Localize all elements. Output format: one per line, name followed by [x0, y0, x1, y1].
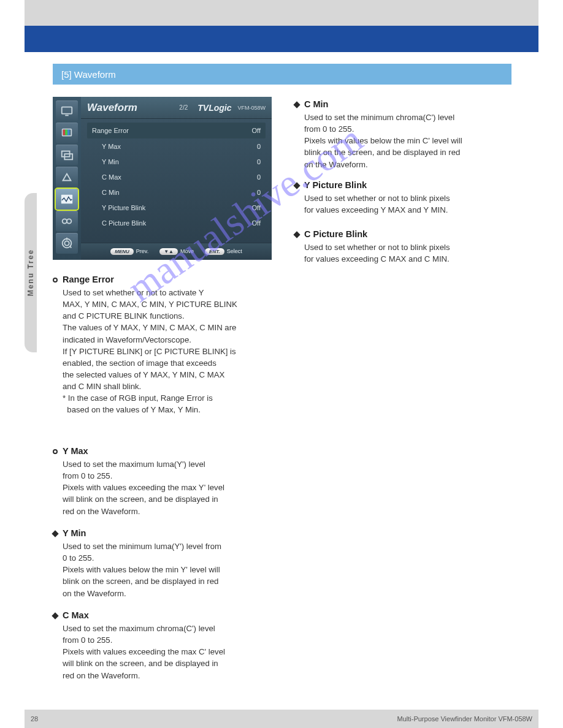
header-grey-bar: [25, 0, 538, 26]
item-heading: Y Max: [63, 446, 281, 456]
osd-row-value: Off: [252, 219, 261, 227]
osd-row-y-blink[interactable]: Y Picture Blink Off: [87, 200, 266, 215]
ent-key-icon: ENT.: [205, 248, 224, 255]
svg-rect-1: [65, 115, 69, 116]
osd-model: VFM-058W: [237, 105, 266, 111]
osd-row-label: Range Error: [92, 127, 129, 134]
osd-row-value: 0: [257, 143, 261, 150]
osd-row-value: 0: [257, 158, 261, 165]
osd-page-indicator: 2/2: [179, 104, 188, 111]
osd-tab-color-icon[interactable]: [56, 123, 78, 143]
osd-title: Waveform: [87, 102, 179, 114]
svg-point-10: [67, 219, 71, 223]
item-y-min-wrap: Y Min Used to set the minimum luma(Y') l…: [53, 528, 281, 610]
item-heading: C Picture Blink: [304, 229, 513, 239]
osd-row-range-error[interactable]: Range Error Off: [87, 123, 266, 138]
item-c-min: C Min Used to set the minimum chroma(C')…: [294, 99, 513, 170]
svg-rect-5: [67, 130, 70, 135]
item-body: Used to set the minimum luma(Y') level f…: [63, 540, 281, 599]
bullet-icon: [53, 531, 58, 536]
svg-rect-0: [62, 107, 72, 114]
item-heading: C Min: [304, 99, 513, 109]
osd-row-label: C Picture Blink: [102, 219, 146, 227]
model-footer: Multi-Purpose Viewfinder Monitor VFM-058…: [397, 715, 532, 722]
item-heading: Y Min: [63, 528, 281, 538]
osd-row-c-max[interactable]: C Max 0: [87, 169, 266, 184]
page-number: 28: [31, 715, 38, 722]
bullet-icon: [53, 278, 58, 282]
item-body: Used to set whether or not to blink pixe…: [304, 241, 513, 265]
item-c-max-wrap: C Max Used to set the maximum chroma(C')…: [53, 610, 281, 692]
bullet-icon: [294, 232, 299, 237]
osd-row-value: Off: [252, 127, 261, 134]
osd-row-label: Y Min: [102, 158, 119, 165]
osd-row-c-blink[interactable]: C Picture Blink Off: [87, 215, 266, 230]
item-range-error: Range Error Used to set whether or not t…: [53, 275, 281, 416]
svg-line-14: [70, 246, 72, 248]
side-tab-label: Menu Tree: [26, 249, 35, 296]
item-heading: C Max: [63, 610, 281, 620]
osd-row-value: 0: [257, 173, 261, 181]
item-y-max-wrap: Y Max Used to set the maximum luma(Y') l…: [53, 446, 281, 528]
bullet-icon: [53, 449, 58, 454]
svg-rect-3: [63, 130, 66, 135]
osd-title-bar: Waveform 2/2 TVLogic VFM-058W: [81, 97, 272, 119]
item-body: Used to set whether or not to activate Y…: [63, 287, 281, 416]
osd-brand: TVLogic: [197, 103, 231, 113]
osd-tab-audio-icon[interactable]: [56, 211, 78, 232]
svg-point-9: [63, 219, 67, 223]
item-body: Used to set the maximum chroma(C') level…: [63, 623, 281, 681]
item-body: Used to set whether or not to blink pixe…: [304, 192, 513, 216]
osd-row-c-min[interactable]: C Min 0: [87, 184, 266, 200]
osd-tab-waveform-icon[interactable]: [56, 189, 78, 210]
left-column: Range Error Used to set whether or not t…: [53, 275, 281, 427]
osd-row-y-min[interactable]: Y Min 0: [87, 154, 266, 169]
item-c-picture-blink: C Picture Blink Used to set whether or n…: [294, 229, 513, 265]
side-tab: Menu Tree: [25, 193, 37, 352]
item-c-blink-wrap: C Picture Blink Used to set whether or n…: [294, 229, 513, 276]
osd-row-label: C Min: [102, 189, 120, 196]
osd-tab-marker-icon[interactable]: [56, 145, 78, 165]
osd-tab-system-icon[interactable]: [56, 233, 78, 254]
section-heading-text: [5] Waveform: [61, 69, 116, 80]
bullet-icon: [294, 102, 299, 107]
osd-tab-monitor-icon[interactable]: [56, 100, 78, 121]
item-y-max: Y Max Used to set the maximum luma(Y') l…: [53, 446, 281, 517]
item-body: Used to set the maximum luma(Y') level f…: [63, 458, 281, 517]
item-heading: Y Picture Blink: [304, 180, 513, 190]
section-heading: [5] Waveform: [53, 64, 511, 85]
osd-tab-gpi-icon[interactable]: [56, 167, 78, 188]
item-heading: Range Error: [63, 275, 281, 284]
osd-row-label: Y Picture Blink: [102, 204, 145, 211]
arrow-keys-icon: ▼▲: [159, 248, 178, 255]
menu-key-icon: MENU: [110, 248, 134, 255]
osd-row-y-max[interactable]: Y Max 0: [87, 138, 266, 154]
osd-row-value: 0: [257, 189, 261, 196]
bullet-icon: [294, 183, 299, 188]
bullet-icon: [53, 613, 58, 618]
osd-hint-select: ENT.Select: [205, 248, 242, 255]
svg-point-11: [64, 241, 69, 245]
osd-footer-hints: MENUPrev. ▼▲Move ENT.Select: [81, 243, 272, 260]
item-y-picture-blink: Y Picture Blink Used to set whether or n…: [294, 180, 513, 216]
osd-menu-list: Range Error Off Y Max 0 Y Min 0 C Max 0 …: [81, 119, 272, 243]
osd-hint-prev: MENUPrev.: [110, 248, 148, 255]
osd-icon-strip: [53, 97, 81, 260]
osd-row-label: Y Max: [102, 143, 121, 150]
osd-row-label: C Max: [102, 173, 121, 181]
item-body: Used to set the minimum chroma(C') level…: [304, 112, 513, 170]
item-y-blink-wrap: Y Picture Blink Used to set whether or n…: [294, 180, 513, 227]
osd-hint-move: ▼▲Move: [159, 248, 194, 255]
item-c-max: C Max Used to set the maximum chroma(C')…: [53, 610, 281, 681]
svg-rect-4: [65, 130, 67, 135]
footer-bar: 28 Multi-Purpose Viewfinder Monitor VFM-…: [25, 710, 538, 728]
item-c-min-wrap: C Min Used to set the minimum chroma(C')…: [294, 99, 513, 181]
osd-main-panel: Waveform 2/2 TVLogic VFM-058W Range Erro…: [81, 97, 272, 260]
header-blue-bar: [25, 26, 538, 52]
item-y-min: Y Min Used to set the minimum luma(Y') l…: [53, 528, 281, 599]
osd-screenshot: Waveform 2/2 TVLogic VFM-058W Range Erro…: [53, 97, 272, 260]
osd-row-value: Off: [252, 204, 261, 211]
